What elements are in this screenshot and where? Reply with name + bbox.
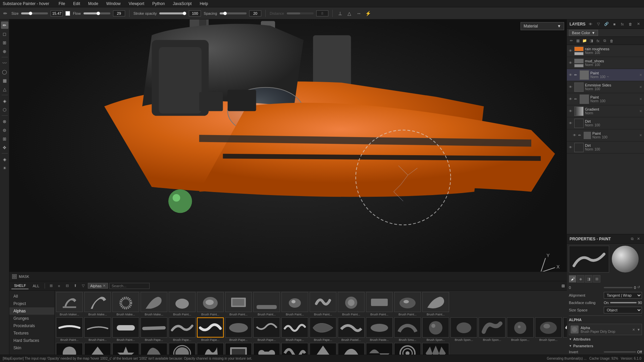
shelf-grid-toggle[interactable]: ⊞ [561, 284, 565, 288]
shelf-item-sponge-2[interactable]: Brush Spon... [450, 317, 477, 342]
layer-add-folder-btn[interactable]: 📁 [582, 38, 588, 44]
layer-duplicate-btn[interactable]: ⧉ [602, 38, 608, 44]
shelf-item-brush-make-2[interactable]: Brush Make... [84, 292, 111, 316]
align-icon2[interactable]: △ [346, 10, 353, 17]
shelf-item-brush-paint-10[interactable]: Brush Paint... [422, 292, 449, 316]
align-icon4[interactable]: ⚡ [365, 10, 372, 17]
layers-fx-btn[interactable]: fx [620, 21, 626, 27]
shelf-item-alpha-5[interactable] [169, 343, 196, 355]
layer-dirt-2[interactable]: 👁 Dirt Norm 100 [567, 141, 644, 154]
layer-dirt-1[interactable]: 👁 Dirt Norm 100 [567, 117, 644, 129]
selection-btn[interactable]: ⬡ [1, 106, 8, 113]
prop-tab-material[interactable]: ◈ [577, 275, 584, 283]
filter-tag-alphas[interactable]: Alphas ✕ [88, 283, 108, 289]
spacing-value[interactable] [249, 10, 261, 16]
shelf-item-alpha-13[interactable] [394, 343, 421, 355]
layers-filter-btn[interactable]: ▽ [595, 21, 601, 27]
layer-mud-shoes[interactable]: 👁 mud_shoes Norm 100 [567, 57, 644, 69]
base-color-dropdown[interactable]: Base Color ▼ [569, 30, 598, 36]
eraser-tool-btn[interactable]: ◻ [1, 30, 8, 38]
layer-eye-paint-active[interactable]: 👁 [568, 73, 573, 77]
geometry-btn[interactable]: △ [1, 85, 8, 93]
env-btn[interactable]: ☀ [1, 164, 8, 172]
layer-add-mask-btn[interactable]: ◨ [588, 38, 594, 44]
prop-tab-mask[interactable]: ◨ [585, 275, 592, 283]
flow-value[interactable] [113, 10, 125, 16]
layers-close-btn[interactable]: ✕ [635, 21, 641, 27]
alpha-close-btn[interactable]: ✕ [632, 328, 635, 331]
layer-rain-roughness[interactable]: 👁 rain roughness Norm 100 [567, 45, 644, 57]
transform-btn[interactable]: ✥ [1, 144, 8, 151]
prop-tab-brush[interactable]: 🖌 [569, 275, 576, 283]
shelf-item-brush-paint-3[interactable]: Brush Paint... [225, 292, 252, 316]
layer-emissive-close[interactable]: ✕ [639, 85, 643, 89]
shelf-item-alpha-12[interactable] [366, 343, 393, 355]
shelf-view-grid-btn[interactable]: ⊞ [48, 283, 54, 289]
shelf-item-brush-paint-6[interactable]: Brush Paint... [310, 292, 336, 316]
shelf-item-row2-5[interactable]: Brush Pape... [169, 317, 196, 342]
shelf-tab-shelf[interactable]: SHELF [11, 283, 29, 289]
layer-paint-active[interactable]: 👁 ✏ Paint Norm 100 ~ ✕ [567, 69, 644, 81]
layer-add-fill-btn[interactable]: ▦ [575, 38, 581, 44]
mode-icon[interactable]: ✏ [2, 10, 9, 17]
shelf-item-brush-make-3[interactable]: Brush Make... [112, 292, 139, 316]
layer-delete-btn[interactable]: 🗑 [608, 38, 614, 44]
layers-color-btn[interactable]: ■ [611, 21, 618, 27]
alpha-dropdown-btn[interactable]: ▼ [637, 328, 640, 331]
shelf-item-brush-paint-7[interactable]: Brush Paint... [338, 292, 365, 316]
blur-tool-btn[interactable]: ◯ [1, 68, 8, 75]
shelf-item-sponge-5[interactable]: Brush Spon... [535, 317, 562, 342]
shelf-item-alpha-10[interactable] [310, 343, 336, 355]
shelf-item-alpha-3[interactable] [112, 343, 139, 355]
size-space-select[interactable]: Object [604, 307, 642, 313]
shelf-search-input[interactable] [109, 283, 150, 289]
menu-mode[interactable]: Mode [87, 1, 100, 7]
material-btn[interactable]: ◈ [1, 156, 8, 163]
sidebar-item-textures[interactable]: Textures [9, 329, 54, 337]
smudge-tool-btn[interactable]: 〰 [1, 59, 8, 67]
layer-paint-2[interactable]: 👁 ✏ Paint Norm 100 ✕ [567, 93, 644, 105]
shelf-item-row2-9[interactable]: Brush Pape... [281, 317, 308, 342]
layer-add-paint-btn[interactable]: ✏ [568, 38, 574, 44]
shelf-item-brush-paint-5[interactable]: Brush Paint... [281, 292, 308, 316]
sidebar-item-project[interactable]: Project [9, 300, 54, 307]
layers-eye-btn[interactable]: 👁 [588, 21, 594, 27]
menu-window[interactable]: Window [105, 1, 122, 7]
layers-trash-btn[interactable]: 🗑 [627, 21, 633, 27]
shelf-item-pastel-1[interactable]: Brush Pastel... [338, 317, 365, 342]
backface-slider[interactable] [610, 302, 637, 303]
shelf-view-thumb-btn[interactable]: ⊟ [64, 283, 70, 289]
shelf-item-row2-10[interactable]: Brush Pape... [310, 317, 336, 342]
position-jitter-slider[interactable] [604, 287, 633, 288]
layer-paint-indented[interactable]: 👁 ✏ Paint Norm 100 ✕ [567, 129, 644, 141]
shelf-item-alpha-9[interactable] [281, 343, 308, 355]
layers-link-btn[interactable]: 🔗 [603, 21, 609, 27]
invert-slider[interactable] [604, 351, 636, 353]
size-slider[interactable] [21, 12, 48, 14]
layer-add-fx-btn[interactable]: fx [595, 38, 601, 44]
sidebar-item-grunges[interactable]: Grunges [9, 315, 54, 322]
shelf-item-row2-2[interactable]: Brush Paint... [84, 317, 111, 342]
shelf-item-row2-7[interactable]: Brush Pape... [225, 317, 252, 342]
layer-gradient-close[interactable]: ✕ [639, 109, 643, 113]
paint-tool-btn[interactable]: ✏ [1, 21, 8, 29]
layer-paint-ind-close[interactable]: ✕ [639, 133, 643, 137]
shelf-item-row2-1[interactable]: Brush Paint... [56, 317, 83, 342]
layer-eye-paint-ind[interactable]: 👁 [572, 133, 577, 138]
fill-tool-btn[interactable]: ▦ [1, 77, 8, 84]
parameters-section-header[interactable]: Parameters [569, 343, 642, 349]
menu-help[interactable]: Help [198, 1, 209, 7]
align-icon1[interactable]: ⊥ [337, 10, 343, 17]
prop-tab-blend[interactable]: ⊞ [593, 275, 600, 283]
shelf-item-alpha-11[interactable] [338, 343, 365, 355]
layer-eye-mud[interactable]: 👁 [568, 61, 573, 65]
stroke-opacity-value[interactable] [189, 10, 201, 16]
layer-eye-emissive[interactable]: 👁 [568, 85, 573, 89]
shelf-item-pastel-2[interactable]: Brush Paste... [366, 317, 393, 342]
layer-eye-paint2[interactable]: 👁 [568, 97, 573, 102]
sidebar-item-procedurals[interactable]: Procedurals [9, 322, 54, 329]
material-dropdown[interactable]: Material ▼ [521, 22, 564, 30]
shelf-item-row2-4[interactable]: Brush Pape... [141, 317, 167, 342]
shelf-item-alpha-14[interactable] [422, 343, 449, 355]
shelf-item-sponge-4[interactable]: Brush Spon... [507, 317, 534, 342]
